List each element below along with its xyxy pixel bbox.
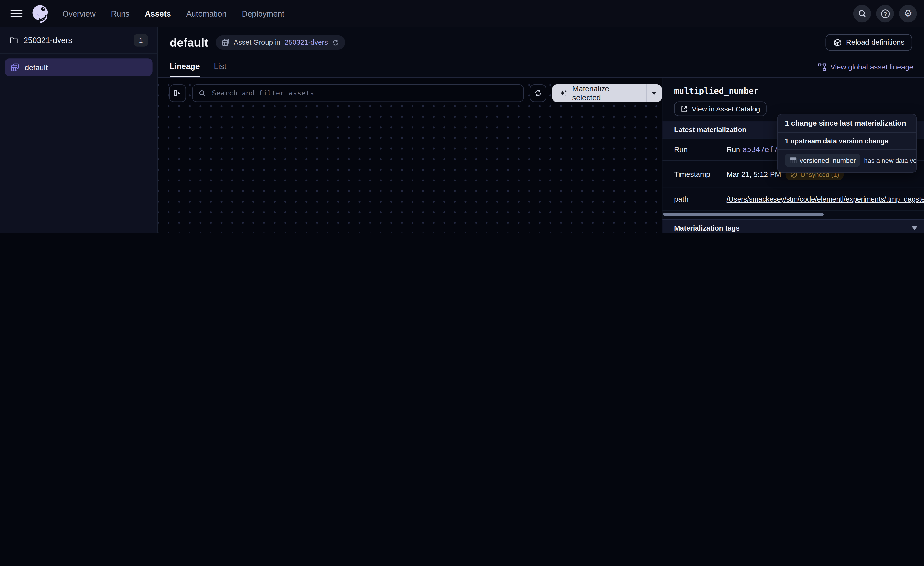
asset-count-badge: 1: [134, 34, 148, 47]
nav-runs[interactable]: Runs: [111, 9, 129, 18]
help-button[interactable]: ?: [876, 5, 894, 23]
search-icon: [198, 89, 206, 97]
global-asset-lineage-link[interactable]: View global asset lineage: [818, 63, 914, 71]
materialize-dropdown-button[interactable]: [646, 84, 662, 102]
external-link-icon: [681, 105, 687, 112]
search-input[interactable]: [211, 89, 517, 98]
asset-group-icon: [10, 63, 20, 71]
lineage-graph-icon: [818, 63, 826, 71]
lineage-toolbar: Materialize selected: [169, 84, 662, 102]
path-link[interactable]: /Users/smackesey/stm/code/elementl/exper…: [727, 195, 924, 203]
gear-icon: ⚙: [904, 9, 912, 18]
lineage-canvas[interactable]: Materialize selected Unsynced (1): [158, 78, 662, 233]
path-value: /Users/smackesey/stm/code/elementl/exper…: [718, 188, 924, 210]
top-nav-bar: Overview Runs Assets Automation Deployme…: [0, 0, 924, 27]
expand-panel-icon: [173, 89, 182, 98]
badge-prefix: Asset Group in: [234, 38, 280, 47]
popover-message: has a new data version: [864, 157, 917, 164]
search-icon: [858, 9, 867, 18]
page-title: default: [170, 36, 208, 49]
section-heading: Materialization tags: [674, 224, 740, 232]
refresh-graph-button[interactable]: [530, 84, 547, 102]
sidebar-item-default-group[interactable]: default: [4, 58, 153, 76]
repo-name: 250321-dvers: [24, 36, 72, 44]
section-heading: Latest materialization: [674, 126, 747, 134]
row-label: Run: [662, 138, 718, 161]
row-label: Timestamp: [662, 161, 718, 188]
view-tabs: Lineage List: [170, 62, 226, 77]
search-button[interactable]: [854, 5, 871, 23]
tab-list[interactable]: List: [214, 62, 226, 77]
svg-text:?: ?: [884, 11, 886, 17]
materialize-selected-button[interactable]: Materialize selected: [552, 84, 646, 102]
asset-group-icon: [221, 38, 230, 47]
section-materialization-tags[interactable]: Materialization tags: [662, 219, 924, 233]
upstream-asset-name: versioned_number: [800, 157, 856, 164]
asset-group-badge: Asset Group in 250321-dvers: [215, 35, 345, 50]
chevron-down-icon: [912, 226, 918, 230]
sidebar-repo-row[interactable]: 250321-dvers 1: [0, 27, 158, 54]
page-header: default Asset Group in 250321-dvers: [158, 27, 924, 78]
badge-repo-link[interactable]: 250321-dvers: [285, 38, 328, 47]
hamburger-menu-icon[interactable]: [10, 10, 22, 18]
folder-icon: [9, 36, 18, 44]
nav-overview[interactable]: Overview: [62, 9, 96, 18]
settings-button[interactable]: ⚙: [899, 5, 917, 23]
chevron-down-icon: [652, 92, 657, 95]
refresh-icon: [534, 89, 542, 98]
refresh-icon[interactable]: [332, 39, 340, 47]
asset-search-box: [192, 84, 524, 102]
horizontal-scrollbar[interactable]: [663, 213, 824, 216]
view-in-asset-catalog-label: View in Asset Catalog: [692, 105, 760, 113]
selected-asset-title: multiplied_number: [674, 86, 759, 95]
run-prefix: Run: [727, 145, 740, 154]
global-asset-lineage-label: View global asset lineage: [830, 63, 914, 71]
expand-panel-button[interactable]: [169, 84, 186, 102]
nav-deployment[interactable]: Deployment: [242, 9, 284, 18]
dagster-app: Overview Runs Assets Automation Deployme…: [0, 0, 924, 233]
asset-details-panel: multiplied_number View in Asset Catalog …: [662, 78, 924, 233]
dagster-logo[interactable]: [29, 3, 51, 24]
row-label: path: [662, 188, 718, 210]
popover-subtitle: 1 upstream data version change: [785, 137, 909, 145]
tab-lineage[interactable]: Lineage: [170, 62, 200, 77]
materialize-sparkle-icon: [560, 89, 568, 98]
table-icon: [789, 157, 796, 164]
primary-nav: Overview Runs Assets Automation Deployme…: [62, 9, 284, 18]
materialize-split-button: Materialize selected: [552, 84, 662, 102]
upstream-asset-pill[interactable]: versioned_number: [785, 154, 860, 167]
materialize-selected-label: Materialize selected: [572, 84, 639, 102]
reload-definitions-button[interactable]: Reload definitions: [825, 34, 912, 51]
nav-automation[interactable]: Automation: [186, 9, 226, 18]
run-id-link[interactable]: a5347ef7: [742, 145, 778, 154]
nav-assets[interactable]: Assets: [145, 9, 171, 18]
changes-popover: 1 change since last materialization 1 up…: [777, 114, 917, 173]
reload-definitions-label: Reload definitions: [846, 38, 904, 47]
view-in-asset-catalog-button[interactable]: View in Asset Catalog: [674, 101, 766, 116]
reload-definitions-icon: [833, 38, 842, 47]
help-icon: ?: [880, 9, 890, 18]
asset-groups-sidebar: 250321-dvers 1 default 250321-dvers: [0, 27, 158, 233]
popover-title: 1 change since last materialization: [785, 119, 909, 127]
group-label: default: [25, 63, 48, 71]
timestamp-text: Mar 21, 5:12 PM: [727, 170, 781, 178]
